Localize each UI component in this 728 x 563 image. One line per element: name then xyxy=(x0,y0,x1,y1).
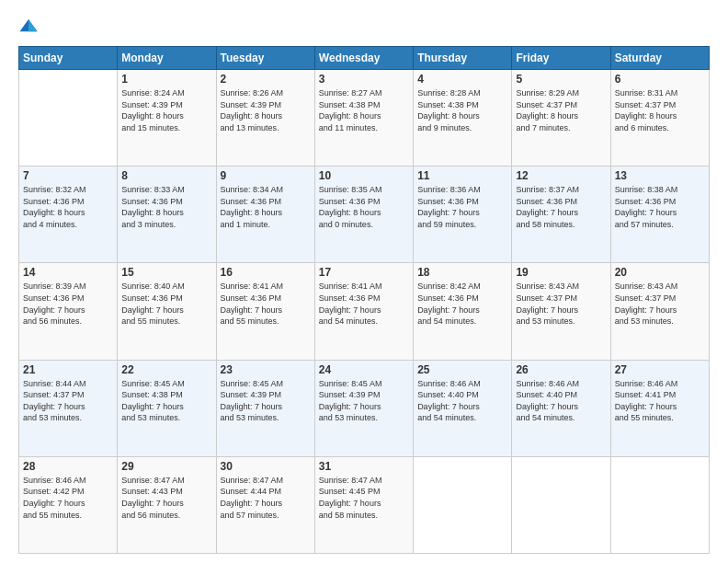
calendar-week-2: 7Sunrise: 8:32 AM Sunset: 4:36 PM Daylig… xyxy=(19,167,710,263)
day-info: Sunrise: 8:45 AM Sunset: 4:38 PM Dayligh… xyxy=(121,378,211,424)
page: SundayMondayTuesdayWednesdayThursdayFrid… xyxy=(0,0,728,563)
day-number: 23 xyxy=(221,363,311,376)
calendar-cell: 24Sunrise: 8:45 AM Sunset: 4:39 PM Dayli… xyxy=(314,360,413,456)
calendar-cell: 12Sunrise: 8:37 AM Sunset: 4:36 PM Dayli… xyxy=(512,167,610,263)
calendar-cell: 9Sunrise: 8:34 AM Sunset: 4:36 PM Daylig… xyxy=(216,167,314,263)
calendar-header-saturday: Saturday xyxy=(610,47,709,70)
day-number: 25 xyxy=(417,363,507,376)
day-number: 4 xyxy=(417,73,507,86)
calendar-cell: 6Sunrise: 8:31 AM Sunset: 4:37 PM Daylig… xyxy=(610,70,709,167)
day-number: 26 xyxy=(516,363,606,376)
calendar-cell xyxy=(414,456,512,553)
calendar-week-4: 21Sunrise: 8:44 AM Sunset: 4:37 PM Dayli… xyxy=(19,360,710,456)
day-info: Sunrise: 8:38 AM Sunset: 4:36 PM Dayligh… xyxy=(615,184,705,230)
day-info: Sunrise: 8:41 AM Sunset: 4:36 PM Dayligh… xyxy=(319,281,409,327)
day-info: Sunrise: 8:47 AM Sunset: 4:44 PM Dayligh… xyxy=(221,475,311,521)
day-number: 24 xyxy=(319,363,409,376)
day-number: 15 xyxy=(121,266,211,279)
calendar-cell: 4Sunrise: 8:28 AM Sunset: 4:38 PM Daylig… xyxy=(414,70,512,167)
day-number: 22 xyxy=(121,363,211,376)
calendar-header-tuesday: Tuesday xyxy=(216,47,314,70)
calendar-header-row: SundayMondayTuesdayWednesdayThursdayFrid… xyxy=(19,47,710,70)
day-info: Sunrise: 8:46 AM Sunset: 4:40 PM Dayligh… xyxy=(516,378,606,424)
day-info: Sunrise: 8:36 AM Sunset: 4:36 PM Dayligh… xyxy=(417,184,507,230)
calendar-cell: 17Sunrise: 8:41 AM Sunset: 4:36 PM Dayli… xyxy=(314,263,413,360)
calendar-cell xyxy=(610,456,709,553)
day-number: 31 xyxy=(319,460,409,473)
calendar-cell: 8Sunrise: 8:33 AM Sunset: 4:36 PM Daylig… xyxy=(118,167,216,263)
day-number: 19 xyxy=(516,266,606,279)
calendar-cell: 19Sunrise: 8:43 AM Sunset: 4:37 PM Dayli… xyxy=(512,263,610,360)
day-number: 11 xyxy=(417,169,507,182)
day-info: Sunrise: 8:29 AM Sunset: 4:37 PM Dayligh… xyxy=(516,87,606,133)
day-number: 7 xyxy=(23,169,113,182)
day-info: Sunrise: 8:46 AM Sunset: 4:42 PM Dayligh… xyxy=(23,475,113,521)
day-info: Sunrise: 8:33 AM Sunset: 4:36 PM Dayligh… xyxy=(121,184,211,230)
day-info: Sunrise: 8:32 AM Sunset: 4:36 PM Dayligh… xyxy=(23,184,113,230)
calendar-cell: 2Sunrise: 8:26 AM Sunset: 4:39 PM Daylig… xyxy=(216,70,314,167)
day-number: 2 xyxy=(221,73,311,86)
day-number: 10 xyxy=(319,169,409,182)
day-info: Sunrise: 8:24 AM Sunset: 4:39 PM Dayligh… xyxy=(121,87,211,133)
day-info: Sunrise: 8:45 AM Sunset: 4:39 PM Dayligh… xyxy=(221,378,311,424)
calendar-cell xyxy=(512,456,610,553)
calendar-cell: 27Sunrise: 8:46 AM Sunset: 4:41 PM Dayli… xyxy=(610,360,709,456)
day-number: 1 xyxy=(121,73,211,86)
calendar-header-wednesday: Wednesday xyxy=(314,47,413,70)
calendar-cell: 3Sunrise: 8:27 AM Sunset: 4:38 PM Daylig… xyxy=(314,70,413,167)
day-info: Sunrise: 8:27 AM Sunset: 4:38 PM Dayligh… xyxy=(319,87,409,133)
day-number: 28 xyxy=(23,460,113,473)
svg-marker-1 xyxy=(28,19,38,31)
day-info: Sunrise: 8:43 AM Sunset: 4:37 PM Dayligh… xyxy=(516,281,606,327)
calendar-cell: 16Sunrise: 8:41 AM Sunset: 4:36 PM Dayli… xyxy=(216,263,314,360)
header xyxy=(18,17,710,37)
calendar-cell: 15Sunrise: 8:40 AM Sunset: 4:36 PM Dayli… xyxy=(118,263,216,360)
day-info: Sunrise: 8:46 AM Sunset: 4:40 PM Dayligh… xyxy=(417,378,507,424)
calendar-cell: 5Sunrise: 8:29 AM Sunset: 4:37 PM Daylig… xyxy=(512,70,610,167)
day-number: 20 xyxy=(615,266,705,279)
day-number: 27 xyxy=(615,363,705,376)
calendar-cell: 21Sunrise: 8:44 AM Sunset: 4:37 PM Dayli… xyxy=(19,360,118,456)
calendar-cell: 20Sunrise: 8:43 AM Sunset: 4:37 PM Dayli… xyxy=(610,263,709,360)
day-info: Sunrise: 8:43 AM Sunset: 4:37 PM Dayligh… xyxy=(615,281,705,327)
calendar-week-5: 28Sunrise: 8:46 AM Sunset: 4:42 PM Dayli… xyxy=(19,456,710,553)
calendar-cell: 30Sunrise: 8:47 AM Sunset: 4:44 PM Dayli… xyxy=(216,456,314,553)
day-info: Sunrise: 8:31 AM Sunset: 4:37 PM Dayligh… xyxy=(615,87,705,133)
calendar: SundayMondayTuesdayWednesdayThursdayFrid… xyxy=(18,46,710,554)
day-info: Sunrise: 8:44 AM Sunset: 4:37 PM Dayligh… xyxy=(23,378,113,424)
calendar-header-thursday: Thursday xyxy=(414,47,512,70)
calendar-cell: 22Sunrise: 8:45 AM Sunset: 4:38 PM Dayli… xyxy=(118,360,216,456)
calendar-cell: 18Sunrise: 8:42 AM Sunset: 4:36 PM Dayli… xyxy=(414,263,512,360)
day-number: 16 xyxy=(221,266,311,279)
day-info: Sunrise: 8:26 AM Sunset: 4:39 PM Dayligh… xyxy=(221,87,311,133)
day-info: Sunrise: 8:35 AM Sunset: 4:36 PM Dayligh… xyxy=(319,184,409,230)
day-info: Sunrise: 8:34 AM Sunset: 4:36 PM Dayligh… xyxy=(221,184,311,230)
day-info: Sunrise: 8:42 AM Sunset: 4:36 PM Dayligh… xyxy=(417,281,507,327)
day-info: Sunrise: 8:41 AM Sunset: 4:36 PM Dayligh… xyxy=(221,281,311,327)
day-number: 6 xyxy=(615,73,705,86)
day-number: 17 xyxy=(319,266,409,279)
calendar-cell xyxy=(19,70,118,167)
day-info: Sunrise: 8:45 AM Sunset: 4:39 PM Dayligh… xyxy=(319,378,409,424)
logo-icon xyxy=(18,17,39,37)
calendar-cell: 29Sunrise: 8:47 AM Sunset: 4:43 PM Dayli… xyxy=(118,456,216,553)
calendar-cell: 11Sunrise: 8:36 AM Sunset: 4:36 PM Dayli… xyxy=(414,167,512,263)
calendar-cell: 10Sunrise: 8:35 AM Sunset: 4:36 PM Dayli… xyxy=(314,167,413,263)
day-number: 30 xyxy=(221,460,311,473)
calendar-header-friday: Friday xyxy=(512,47,610,70)
calendar-cell: 1Sunrise: 8:24 AM Sunset: 4:39 PM Daylig… xyxy=(118,70,216,167)
calendar-cell: 23Sunrise: 8:45 AM Sunset: 4:39 PM Dayli… xyxy=(216,360,314,456)
day-number: 18 xyxy=(417,266,507,279)
calendar-cell: 7Sunrise: 8:32 AM Sunset: 4:36 PM Daylig… xyxy=(19,167,118,263)
day-number: 5 xyxy=(516,73,606,86)
day-number: 13 xyxy=(615,169,705,182)
calendar-cell: 26Sunrise: 8:46 AM Sunset: 4:40 PM Dayli… xyxy=(512,360,610,456)
day-info: Sunrise: 8:39 AM Sunset: 4:36 PM Dayligh… xyxy=(23,281,113,327)
day-info: Sunrise: 8:37 AM Sunset: 4:36 PM Dayligh… xyxy=(516,184,606,230)
calendar-header-sunday: Sunday xyxy=(19,47,118,70)
day-info: Sunrise: 8:28 AM Sunset: 4:38 PM Dayligh… xyxy=(417,87,507,133)
day-number: 14 xyxy=(23,266,113,279)
calendar-cell: 28Sunrise: 8:46 AM Sunset: 4:42 PM Dayli… xyxy=(19,456,118,553)
day-number: 29 xyxy=(121,460,211,473)
day-info: Sunrise: 8:40 AM Sunset: 4:36 PM Dayligh… xyxy=(121,281,211,327)
